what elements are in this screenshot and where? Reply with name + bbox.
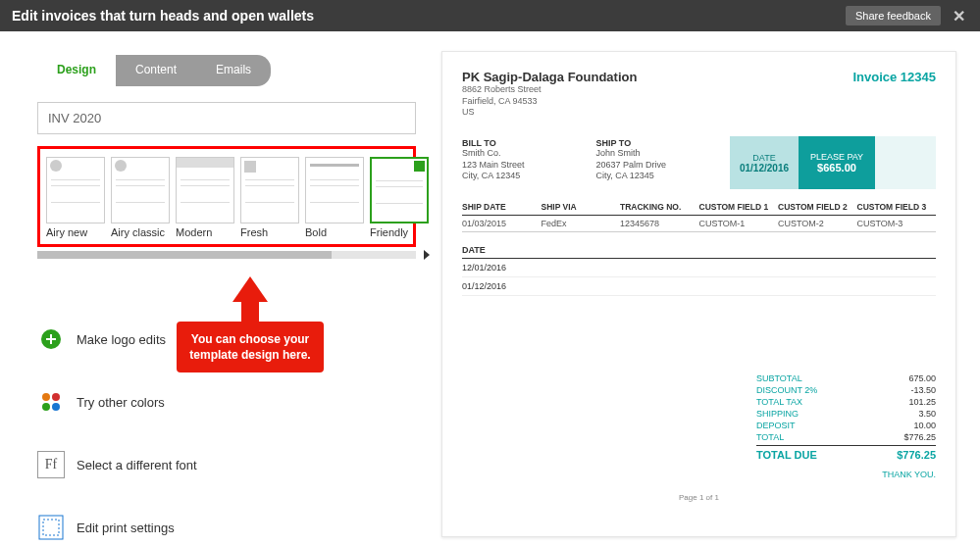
thank-you: THANK YOU.	[756, 470, 936, 479]
totals-block: SUBTOTAL675.00 DISCOUNT 2%-13.50 TOTAL T…	[756, 372, 936, 462]
annotation-callout: You can choose your template design here…	[177, 276, 324, 372]
svg-point-3	[42, 403, 50, 411]
date-row: 01/12/2016	[462, 277, 936, 296]
template-modern[interactable]: Modern	[176, 157, 234, 238]
column-headers: SHIP DATE SHIP VIA TRACKING NO. CUSTOM F…	[462, 199, 936, 216]
invoice-preview: PK Sagip-Dalaga Foundation 8862 Roberts …	[441, 51, 956, 537]
font-icon: Ff	[37, 451, 65, 478]
template-friendly[interactable]: Friendly	[370, 157, 429, 238]
svg-point-2	[52, 393, 60, 401]
plus-circle-icon	[37, 325, 65, 353]
callout-text: You can choose your template design here…	[177, 322, 324, 372]
template-gallery: Airy new Airy classic Modern Fresh Bold	[37, 146, 416, 247]
template-airy-new[interactable]: Airy new	[46, 157, 105, 238]
tab-design[interactable]: Design	[37, 55, 116, 86]
print-margins-icon	[37, 514, 65, 541]
modal-title: Edit invoices that turn heads and open w…	[12, 8, 314, 24]
left-panel: Design Content Emails Airy new Airy clas…	[0, 31, 432, 546]
template-scrollbar[interactable]	[37, 251, 416, 259]
page-number: Page 1 of 1	[462, 493, 936, 502]
title-bar: Edit invoices that turn heads and open w…	[0, 0, 980, 31]
preview-panel: PK Sagip-Dalaga Foundation 8862 Roberts …	[432, 31, 980, 546]
option-font[interactable]: Ff Select a different font	[37, 451, 416, 478]
svg-point-1	[42, 393, 50, 401]
close-icon[interactable]: ✕	[949, 6, 968, 25]
svg-rect-6	[43, 520, 59, 535]
company-address: 8862 Roberts Street Fairfield, CA 94533 …	[462, 84, 936, 119]
tabs: Design Content Emails	[37, 55, 416, 86]
please-pay-box: PLEASE PAY $665.00	[799, 136, 875, 189]
date-box: DATE 01/12/2016	[730, 136, 799, 189]
option-print[interactable]: Edit print settings	[37, 514, 416, 541]
column-values: 01/03/2015 FedEx 12345678 CUSTOM-1 CUSTO…	[462, 216, 936, 232]
template-airy-classic[interactable]: Airy classic	[111, 157, 170, 238]
date-row: 12/01/2016	[462, 259, 936, 277]
template-name-input[interactable]	[37, 102, 416, 134]
svg-point-4	[52, 403, 60, 411]
template-bold[interactable]: Bold	[305, 157, 364, 238]
option-colors[interactable]: Try other colors	[37, 388, 416, 416]
tab-content[interactable]: Content	[116, 55, 196, 86]
header-band: BILL TO Smith Co. 123 Main Street City, …	[462, 136, 936, 189]
invoice-number: Invoice 12345	[852, 70, 936, 84]
color-dots-icon	[37, 388, 65, 416]
arrow-up-icon	[232, 276, 268, 302]
share-feedback-button[interactable]: Share feedback	[846, 6, 941, 25]
date-header: DATE	[462, 242, 936, 259]
template-fresh[interactable]: Fresh	[240, 157, 299, 238]
tab-emails[interactable]: Emails	[196, 55, 271, 86]
